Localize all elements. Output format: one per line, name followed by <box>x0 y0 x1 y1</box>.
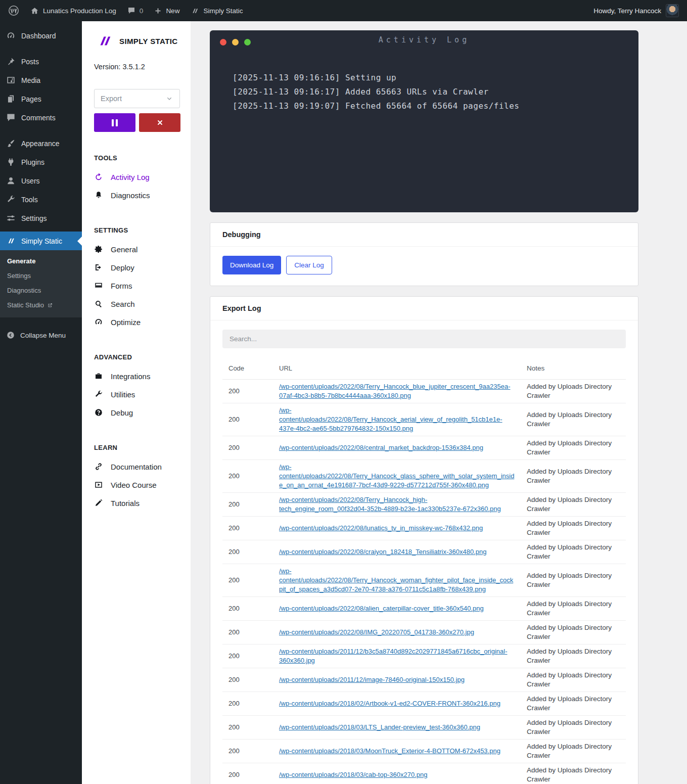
pause-export-button[interactable] <box>94 113 135 132</box>
url-link[interactable]: /wp-content/uploads/2018/03/cab-top-360x… <box>279 771 427 778</box>
url-cell: /wp-content/uploads/2018/03/MoonTruck_Ex… <box>273 740 521 763</box>
comment-bubble-icon <box>127 7 135 15</box>
wrench-icon <box>6 195 16 204</box>
submenu-item-generate[interactable]: Generate <box>0 254 82 268</box>
sidebar-item-comments[interactable]: Comments <box>0 108 82 127</box>
sidebar-item-label: Posts <box>21 58 39 66</box>
collapse-menu-button[interactable]: Collapse Menu <box>0 325 82 346</box>
table-row: 200/wp-content/uploads/2018/03/cab-top-3… <box>222 763 626 784</box>
sidebar-item-media[interactable]: Media <box>0 71 82 89</box>
export-type-select[interactable]: Export <box>94 89 180 108</box>
nav-utilities[interactable]: Utilities <box>94 385 180 403</box>
wrench-icon <box>94 390 103 399</box>
terminal-traffic-lights <box>220 39 251 45</box>
nav-label: Utilities <box>111 390 135 399</box>
url-link[interactable]: /wp-content/uploads/2022/08/lunatics_tv_… <box>279 524 483 532</box>
table-row: 200/wp-content/uploads/2022/08/lunatics_… <box>222 517 626 540</box>
url-link[interactable]: /wp-content/uploads/2022/08/Terry_Hancoc… <box>279 496 501 513</box>
nav-tutorials[interactable]: Tutorials <box>94 494 180 512</box>
clear-log-button[interactable]: Clear Log <box>286 256 332 274</box>
account-menu[interactable]: Howdy, Terry Hancock <box>593 4 679 17</box>
sidebar-item-label: Simply Static <box>21 237 62 245</box>
forms-icon <box>94 281 103 290</box>
url-link[interactable]: /wp-content/uploads/2011/12/image-78460-… <box>279 676 465 683</box>
comments-shortcut[interactable]: 0 <box>127 7 144 15</box>
brand-name: SIMPLY STATIC <box>119 37 178 45</box>
status-code-cell: 200 <box>222 493 273 517</box>
cancel-export-button[interactable] <box>139 113 180 132</box>
nav-video-course[interactable]: Video Course <box>94 476 180 494</box>
url-cell: /wp-content/uploads/2011/12/image-78460-… <box>273 668 521 692</box>
nav-diagnostics[interactable]: Diagnostics <box>94 186 180 204</box>
new-content-button[interactable]: New <box>154 7 179 15</box>
url-link[interactable]: /wp-content/uploads/2022/08/Terry_Hancoc… <box>279 406 502 432</box>
status-code-cell: 200 <box>222 644 273 668</box>
sidebar-item-label: Tools <box>21 196 38 204</box>
nav-forms[interactable]: Forms <box>94 276 180 295</box>
sliders-icon <box>6 213 16 223</box>
nav-label: Video Course <box>111 481 157 489</box>
nav-activity-log[interactable]: Activity Log <box>94 168 180 186</box>
sidebar-item-simply-static[interactable]: Simply Static <box>0 232 82 250</box>
simply-static-sidebar: SIMPLY STATIC Version: 3.5.1.2 Export TO… <box>82 21 191 784</box>
sidebar-item-users[interactable]: Users <box>0 171 82 190</box>
wordpress-menu-button[interactable] <box>8 5 19 16</box>
submenu-item-diagnostics[interactable]: Diagnostics <box>0 283 82 298</box>
search-input[interactable] <box>222 330 626 348</box>
note-cell: Added by Uploads Directory Crawler <box>521 740 626 763</box>
plugin-brand: SIMPLY STATIC <box>94 32 180 50</box>
sidebar-item-settings[interactable]: Settings <box>0 209 82 227</box>
nav-general[interactable]: General <box>94 240 180 258</box>
nav-optimize[interactable]: Optimize <box>94 313 180 331</box>
nav-label: Forms <box>111 282 132 290</box>
url-link[interactable]: /wp-content/uploads/2022/08/craiyon_1824… <box>279 548 487 556</box>
url-cell: /wp-content/uploads/2022/08/Terry_Hancoc… <box>273 380 521 403</box>
sidebar-item-label: Dashboard <box>21 32 56 40</box>
sidebar-item-pages[interactable]: Pages <box>0 89 82 108</box>
url-cell: /wp-content/uploads/2011/12/b3c5a8740d89… <box>273 644 521 668</box>
nav-integrations[interactable]: Integrations <box>94 367 180 385</box>
bell-icon <box>94 191 103 200</box>
debugging-title: Debugging <box>210 223 638 247</box>
refresh-icon <box>94 172 103 181</box>
nav-search[interactable]: Search <box>94 295 180 313</box>
version-label: Version: 3.5.1.2 <box>94 63 180 71</box>
nav-deploy[interactable]: Deploy <box>94 258 180 276</box>
submenu-item-static-studio[interactable]: Static Studio <box>0 298 82 312</box>
url-link[interactable]: /wp-content/uploads/2018/02/Artbook-v1-e… <box>279 700 500 707</box>
url-link[interactable]: /wp-content/uploads/2022/08/Terry_Hancoc… <box>279 463 514 489</box>
sidebar-item-plugins[interactable]: Plugins <box>0 153 82 171</box>
submenu-label: Diagnostics <box>7 287 41 294</box>
site-name-link[interactable]: Lunatics Production Log <box>30 7 116 15</box>
nav-label: Integrations <box>111 372 150 381</box>
site-name-label: Lunatics Production Log <box>43 7 116 15</box>
table-row: 200/wp-content/uploads/2022/08/Terry_Han… <box>222 403 626 436</box>
url-link[interactable]: /wp-content/uploads/2018/03/LTS_Lander-p… <box>279 723 480 731</box>
sidebar-item-posts[interactable]: Posts <box>0 52 82 71</box>
nav-debug[interactable]: Debug <box>94 403 180 422</box>
nav-documentation[interactable]: Documentation <box>94 457 180 476</box>
url-cell: /wp-content/uploads/2022/08/lunatics_tv_… <box>273 517 521 540</box>
url-link[interactable]: /wp-content/uploads/2011/12/b3c5a8740d89… <box>279 648 508 664</box>
download-log-button[interactable]: Download Log <box>222 256 281 274</box>
url-link[interactable]: /wp-content/uploads/2022/08/Terry_Hancoc… <box>279 567 513 593</box>
url-link[interactable]: /wp-content/uploads/2018/03/MoonTruck_Ex… <box>279 747 500 755</box>
sidebar-item-label: Media <box>21 76 40 84</box>
url-cell: /wp-content/uploads/2018/02/Artbook-v1-e… <box>273 692 521 716</box>
url-link[interactable]: /wp-content/uploads/2022/08/IMG_20220705… <box>279 628 474 636</box>
gauge-icon <box>94 317 103 327</box>
submenu-item-settings[interactable]: Settings <box>0 268 82 283</box>
simply-static-shortcut[interactable]: Simply Static <box>191 7 243 15</box>
url-link[interactable]: /wp-content/uploads/2022/08/alien_caterp… <box>279 605 484 612</box>
sidebar-item-tools[interactable]: Tools <box>0 190 82 209</box>
export-log-card: Export Log Code URL Notes 200/wp-content… <box>210 296 638 784</box>
video-icon <box>94 480 103 489</box>
sidebar-item-appearance[interactable]: Appearance <box>0 134 82 153</box>
sidebar-item-dashboard[interactable]: Dashboard <box>0 26 82 45</box>
plus-icon <box>154 7 162 15</box>
url-link[interactable]: /wp-content/uploads/2022/08/central_mark… <box>279 444 483 451</box>
url-link[interactable]: /wp-content/uploads/2022/08/Terry_Hancoc… <box>279 383 510 399</box>
section-title-tools: TOOLS <box>94 154 180 162</box>
search-icon <box>94 299 103 308</box>
pause-icon <box>112 119 114 126</box>
